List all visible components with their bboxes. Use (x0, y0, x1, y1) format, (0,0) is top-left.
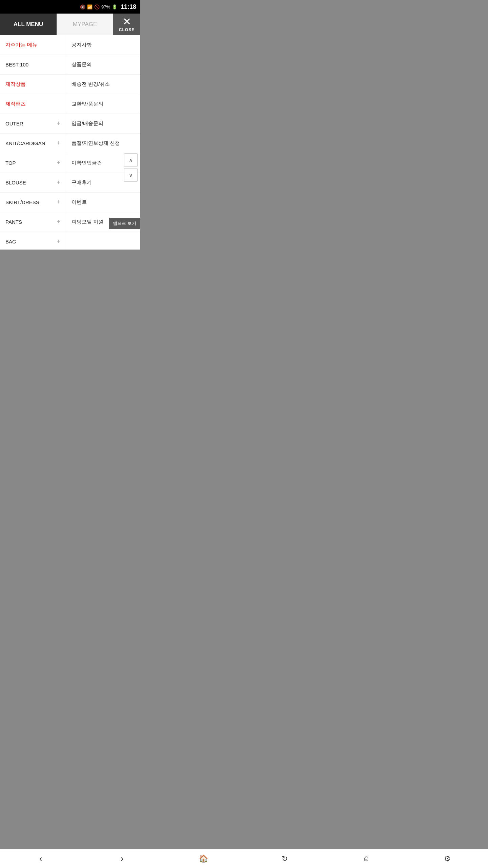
expand-icon: + (57, 140, 60, 147)
wifi-icon: 📶 (87, 4, 93, 9)
right-menu-label-payment-delivery: 입금/배송문의 (72, 120, 103, 127)
right-menu-item-event[interactable]: 이벤트 (66, 193, 140, 212)
scroll-buttons: ∧ ∨ (124, 153, 138, 182)
chevron-up-icon: ∧ (129, 157, 133, 163)
left-menu-label-knit-cardigan: KNIT/CARDIGAN (5, 140, 45, 146)
left-menu-item-knit-cardigan[interactable]: KNIT/CARDIGAN+ (0, 134, 66, 153)
left-menu-label-bag: BAG (5, 239, 16, 244)
scroll-down-button[interactable]: ∨ (124, 168, 138, 182)
status-bar: 🔇 📶 🚫 97% 🔋 11:18 (0, 0, 140, 14)
left-menu-item-custom-product[interactable]: 제작상품 (0, 75, 66, 94)
close-x-icon: ✕ (123, 17, 131, 27)
expand-icon: + (57, 218, 60, 225)
close-label: CLOSE (119, 27, 135, 32)
clock: 11:18 (121, 3, 136, 11)
no-icon: 🚫 (94, 4, 100, 9)
right-menu-label-review: 구매후기 (72, 179, 92, 186)
left-menu-item-best100[interactable]: BEST 100 (0, 55, 66, 75)
left-menu-label-pants: PANTS (5, 219, 22, 225)
left-menu-item-bag[interactable]: BAG+ (0, 232, 66, 250)
left-menu-label-top: TOP (5, 160, 16, 166)
expand-icon: + (57, 238, 60, 245)
close-button[interactable]: ✕ CLOSE (113, 14, 140, 35)
battery-label: 97% (101, 4, 110, 9)
app-view-button[interactable]: 앱으로 보기 (109, 218, 140, 229)
right-menu-label-notice: 공지사항 (72, 42, 92, 48)
expand-icon: + (57, 179, 60, 186)
menu-tabs: ALL MENU MYPAGE ✕ CLOSE (0, 14, 140, 35)
left-menu-item-outer[interactable]: OUTER+ (0, 114, 66, 134)
right-menu-item-product-inquiry[interactable]: 상품문의 (66, 55, 140, 75)
left-menu-item-custom-pants[interactable]: 제작팬츠 (0, 94, 66, 114)
left-menu-label-custom-pants: 제작팬츠 (5, 101, 26, 107)
right-menu-label-event: 이벤트 (72, 199, 87, 205)
menu-overlay: ALL MENU MYPAGE ✕ CLOSE 자주가는 메뉴BEST 100제… (0, 14, 140, 250)
left-column: 자주가는 메뉴BEST 100제작상품제작팬츠OUTER+KNIT/CARDIG… (0, 35, 66, 250)
right-menu-item-out-of-stock[interactable]: 품절/지연보상제 신청 (66, 134, 140, 153)
left-menu-label-best100: BEST 100 (5, 62, 28, 67)
app-container: ALL MENU MYPAGE ✕ CLOSE 자주가는 메뉴BEST 100제… (0, 14, 140, 250)
right-menu-label-fitting-model: 피팅모델 지원 (72, 219, 103, 225)
right-menu-item-exchange-return[interactable]: 교환/반품문의 (66, 94, 140, 114)
right-menu-label-exchange-return: 교환/반품문의 (72, 101, 103, 107)
left-menu-item-skirt-dress[interactable]: SKIRT/DRESS+ (0, 193, 66, 212)
left-menu-label-outer: OUTER (5, 121, 23, 126)
left-menu-label-frequent: 자주가는 메뉴 (5, 42, 37, 48)
right-menu-item-payment-delivery[interactable]: 입금/배송문의 (66, 114, 140, 134)
tab-mypage[interactable]: MYPAGE (57, 14, 113, 35)
expand-icon: + (57, 199, 60, 206)
expand-icon: + (57, 159, 60, 166)
left-menu-item-pants[interactable]: PANTS+ (0, 212, 66, 232)
scroll-up-button[interactable]: ∧ (124, 153, 138, 167)
left-menu-label-skirt-dress: SKIRT/DRESS (5, 199, 39, 205)
right-menu-label-out-of-stock: 품절/지연보상제 신청 (72, 140, 120, 146)
right-menu-label-cancel-before-ship: 배송전 변경/취소 (72, 81, 110, 87)
right-menu-label-product-inquiry: 상품문의 (72, 61, 92, 68)
tab-all-menu[interactable]: ALL MENU (0, 14, 57, 35)
right-menu-item-cancel-before-ship[interactable]: 배송전 변경/취소 (66, 75, 140, 94)
chevron-down-icon: ∨ (129, 172, 133, 178)
left-menu-label-custom-product: 제작상품 (5, 81, 26, 87)
mute-icon: 🔇 (80, 4, 85, 9)
left-menu-label-blouse: BLOUSE (5, 180, 26, 185)
left-menu-item-blouse[interactable]: BLOUSE+ (0, 173, 66, 193)
left-menu-item-frequent[interactable]: 자주가는 메뉴 (0, 35, 66, 55)
expand-icon: + (57, 120, 60, 127)
left-menu-item-top[interactable]: TOP+ (0, 153, 66, 173)
right-menu-label-unconfirmed-payment: 미확인입금건 (72, 160, 102, 166)
status-icons: 🔇 📶 🚫 97% 🔋 (80, 4, 117, 9)
battery-icon: 🔋 (112, 4, 117, 9)
right-menu-item-notice[interactable]: 공지사항 (66, 35, 140, 55)
